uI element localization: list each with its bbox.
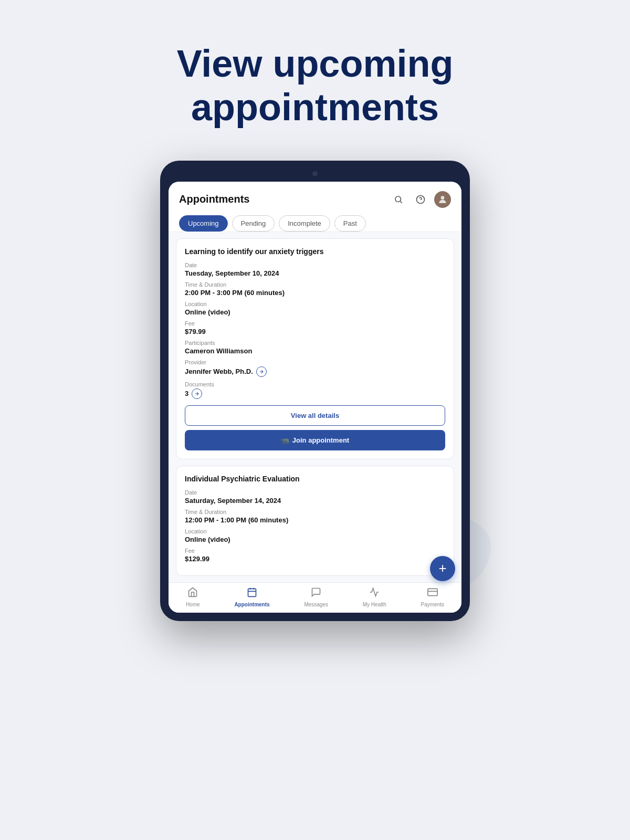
home-icon	[187, 587, 198, 600]
appointment-2-date-group: Date Saturday, September 14, 2024	[185, 489, 445, 505]
appointments-icon	[247, 587, 257, 600]
nav-appointments[interactable]: Appointments	[234, 587, 269, 607]
svg-point-4	[441, 196, 445, 200]
appointment-1-participants-group: Participants Cameron Williamson	[185, 340, 445, 355]
documents-row-1: 3	[185, 388, 445, 399]
nav-payments-label: Payments	[421, 602, 444, 607]
location-label-2: Location	[185, 528, 445, 534]
location-value-2: Online (video)	[185, 536, 445, 543]
appointment-1-documents-group: Documents 3	[185, 381, 445, 399]
appointment-1-name: Learning to identify our anxiety trigger…	[185, 247, 445, 256]
provider-label-1: Provider	[185, 359, 445, 365]
time-label-2: Time & Duration	[185, 509, 445, 515]
provider-link-icon[interactable]	[256, 366, 267, 377]
video-icon: 📹	[281, 436, 289, 444]
nav-payments[interactable]: Payments	[421, 587, 444, 607]
location-label-1: Location	[185, 301, 445, 307]
fee-label-1: Fee	[185, 320, 445, 327]
documents-link-icon[interactable]	[192, 388, 202, 399]
nav-appointments-label: Appointments	[234, 602, 269, 607]
svg-rect-9	[428, 589, 437, 595]
messages-icon	[311, 587, 321, 600]
fee-label-2: Fee	[185, 548, 445, 554]
tab-upcoming[interactable]: Upcoming	[179, 215, 228, 232]
appointment-2-fee-group: Fee $129.99	[185, 548, 445, 563]
add-appointment-fab[interactable]: +	[430, 556, 455, 581]
svg-point-0	[395, 196, 401, 202]
time-value-2: 12:00 PM - 1:00 PM (60 minutes)	[185, 516, 445, 524]
participants-label-1: Participants	[185, 340, 445, 346]
documents-value-1: 3	[185, 390, 188, 397]
provider-row-1: Jennifer Webb, Ph.D.	[185, 366, 445, 377]
time-value-1: 2:00 PM - 3:00 PM (60 minutes)	[185, 289, 445, 297]
nav-messages-label: Messages	[304, 602, 328, 607]
appointment-2-location-group: Location Online (video)	[185, 528, 445, 543]
nav-home-label: Home	[186, 602, 200, 607]
documents-label-1: Documents	[185, 381, 445, 387]
user-avatar[interactable]	[434, 191, 451, 208]
provider-value-1: Jennifer Webb, Ph.D.	[185, 368, 253, 375]
view-all-details-button-1[interactable]: View all details	[185, 405, 445, 426]
appointment-2-name: Individual Psychiatric Evaluation	[185, 475, 445, 483]
time-label-1: Time & Duration	[185, 281, 445, 288]
appointment-1-time-group: Time & Duration 2:00 PM - 3:00 PM (60 mi…	[185, 281, 445, 297]
join-appointment-button-1[interactable]: 📹 Join appointment	[185, 430, 445, 450]
nav-messages[interactable]: Messages	[304, 587, 328, 607]
location-value-1: Online (video)	[185, 308, 445, 316]
appointment-2-time-group: Time & Duration 12:00 PM - 1:00 PM (60 m…	[185, 509, 445, 524]
nav-myhealth-label: My Health	[363, 602, 386, 607]
appointment-card-1: Learning to identify our anxiety trigger…	[176, 238, 454, 459]
tablet-device: Appointments	[160, 161, 470, 621]
page-hero-title: View upcoming appointments	[131, 42, 499, 129]
fee-value-2: $129.99	[185, 555, 445, 563]
appointment-card-2: Individual Psychiatric Evaluation Date S…	[176, 466, 454, 576]
tab-incomplete[interactable]: Incomplete	[279, 215, 330, 232]
header-icons	[390, 191, 451, 208]
tab-pending[interactable]: Pending	[232, 215, 275, 232]
appointment-1-provider-group: Provider Jennifer Webb, Ph.D.	[185, 359, 445, 377]
participants-value-1: Cameron Williamson	[185, 347, 445, 355]
tablet-camera	[312, 171, 318, 176]
svg-line-1	[400, 201, 402, 203]
appointment-1-date-group: Date Tuesday, September 10, 2024	[185, 262, 445, 277]
app-body: Learning to identify our anxiety trigger…	[169, 232, 461, 582]
fee-value-1: $79.99	[185, 328, 445, 335]
app-title: Appointments	[179, 193, 249, 205]
tablet-screen: Appointments	[169, 182, 461, 613]
nav-home[interactable]: Home	[186, 587, 200, 607]
help-icon[interactable]	[412, 191, 429, 208]
payments-icon	[427, 587, 438, 600]
nav-myhealth[interactable]: My Health	[363, 587, 386, 607]
appointment-1-fee-group: Fee $79.99	[185, 320, 445, 335]
appointment-1-location-group: Location Online (video)	[185, 301, 445, 316]
app-header: Appointments	[169, 182, 461, 232]
search-icon[interactable]	[390, 191, 407, 208]
tab-past[interactable]: Past	[334, 215, 366, 232]
tabs-row: Upcoming Pending Incomplete Past	[179, 215, 451, 232]
myhealth-icon	[369, 587, 380, 600]
bottom-nav: Home Appointments	[169, 582, 461, 613]
date-value-2: Saturday, September 14, 2024	[185, 497, 445, 505]
svg-rect-5	[248, 589, 256, 596]
date-label-1: Date	[185, 262, 445, 268]
date-label-2: Date	[185, 489, 445, 496]
date-value-1: Tuesday, September 10, 2024	[185, 269, 445, 277]
